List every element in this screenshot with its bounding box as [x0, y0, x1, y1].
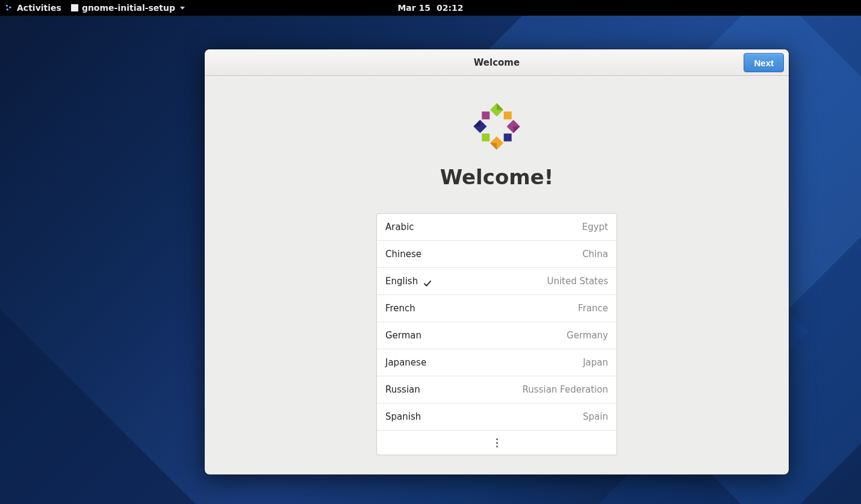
app-menu-label: gnome-initial-setup — [82, 3, 175, 13]
window-title: Welcome — [474, 57, 520, 68]
language-region: Japan — [583, 357, 608, 368]
language-row-arabic[interactable]: Arabic Egypt — [377, 214, 617, 241]
chevron-down-icon — [180, 7, 185, 10]
more-languages-button[interactable] — [377, 431, 617, 455]
language-name: English — [385, 276, 418, 287]
svg-marker-5 — [490, 143, 497, 150]
language-row-spanish[interactable]: Spanish Spain — [377, 403, 617, 431]
language-region: France — [578, 303, 608, 314]
language-name: Arabic — [385, 222, 414, 232]
clock-time: 02:12 — [437, 3, 464, 13]
clock-date: Mar 15 — [397, 3, 431, 13]
svg-marker-3 — [514, 126, 520, 133]
language-region: Germany — [567, 330, 608, 341]
language-row-french[interactable]: French France — [377, 295, 617, 322]
language-region: United States — [547, 276, 608, 287]
language-name: German — [385, 330, 421, 341]
language-row-russian[interactable]: Russian Russian Federation — [377, 376, 617, 403]
language-row-english[interactable]: English United States — [377, 268, 617, 295]
language-name: Chinese — [385, 249, 421, 260]
activities-label: Activities — [17, 3, 61, 13]
centos-logo-icon — [469, 99, 524, 154]
language-region: Russian Federation — [523, 384, 608, 395]
titlebar: Welcome Next — [205, 49, 789, 76]
language-row-german[interactable]: German Germany — [377, 322, 617, 349]
language-name: French — [385, 303, 415, 314]
next-button[interactable]: Next — [744, 53, 784, 72]
language-name: Russian — [385, 384, 420, 395]
svg-marker-7 — [473, 120, 480, 126]
more-icon — [496, 438, 498, 447]
language-region: Egypt — [582, 222, 608, 232]
language-row-japanese[interactable]: Japanese Japan — [377, 349, 617, 376]
language-list: Arabic Egypt Chinese China English Unite… — [376, 213, 617, 455]
initial-setup-window: Welcome Next Welcome! Arabic — [205, 49, 789, 474]
activities-icon — [5, 4, 13, 12]
check-icon — [424, 278, 431, 284]
gnome-topbar: Activities gnome-initial-setup Mar 15 02… — [0, 0, 861, 16]
language-region: Spain — [583, 411, 608, 422]
language-name: Japanese — [385, 357, 426, 368]
app-menu[interactable]: gnome-initial-setup — [71, 3, 185, 13]
clock[interactable]: Mar 15 02:12 — [397, 3, 463, 13]
activities-button[interactable]: Activities — [5, 3, 61, 13]
language-row-chinese[interactable]: Chinese China — [377, 241, 617, 268]
svg-marker-1 — [497, 103, 503, 110]
welcome-heading: Welcome! — [440, 165, 554, 189]
language-region: China — [582, 249, 608, 260]
app-menu-icon — [71, 4, 78, 11]
language-name: Spanish — [385, 411, 421, 422]
window-content: Welcome! Arabic Egypt Chinese China Engl… — [205, 76, 789, 474]
